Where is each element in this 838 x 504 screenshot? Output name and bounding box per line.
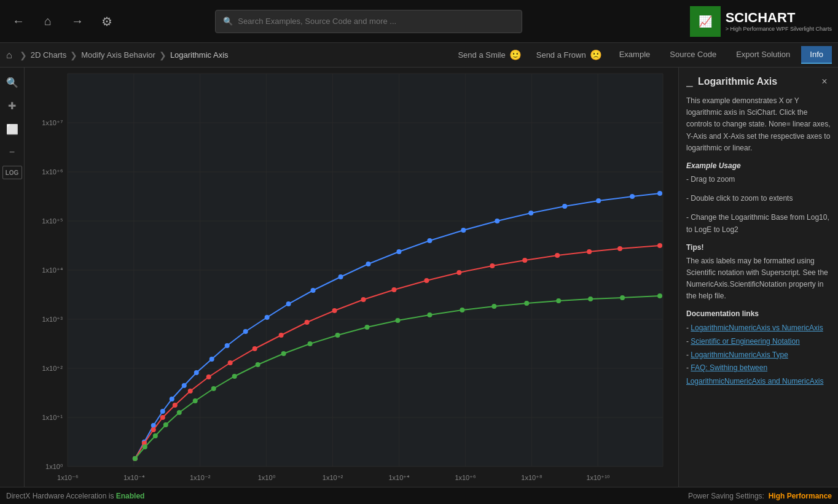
svg-point-49: [173, 403, 178, 408]
svg-point-83: [491, 304, 496, 309]
svg-point-32: [286, 301, 291, 306]
fit-tool-button[interactable]: ⬜: [2, 119, 22, 139]
svg-point-67: [133, 456, 138, 461]
tips-text: The axis labels may be formatted using S…: [686, 255, 831, 303]
svg-point-73: [211, 386, 216, 391]
search-bar[interactable]: 🔍: [215, 10, 522, 33]
tab-info[interactable]: Info: [801, 46, 832, 64]
chart-icon: 📈: [699, 15, 712, 28]
back-button[interactable]: ←: [6, 9, 31, 34]
example-usage-base: - Change the Logarithmic Base from Log10…: [686, 212, 831, 235]
tips-title: Tips!: [686, 243, 831, 252]
pan-tool-button[interactable]: ✚: [2, 96, 22, 115]
svg-point-70: [163, 422, 168, 427]
search-icon: 🔍: [223, 17, 233, 26]
svg-point-29: [225, 343, 230, 348]
svg-point-52: [228, 360, 233, 365]
svg-point-26: [182, 383, 187, 388]
svg-text:1x10⁻⁴: 1x10⁻⁴: [123, 474, 145, 481]
svg-point-69: [153, 433, 158, 438]
doc-link-3-anchor[interactable]: LogarithmicNumericAxis Type: [691, 351, 788, 359]
svg-point-53: [253, 346, 257, 351]
svg-point-28: [210, 357, 214, 362]
svg-point-74: [232, 374, 237, 379]
svg-point-38: [461, 228, 466, 233]
doc-link-1-anchor[interactable]: LogarithmicNumericAxis vs NumericAxis: [691, 324, 823, 332]
smile-icon: 🙂: [509, 49, 522, 61]
svg-text:1x10⁰: 1x10⁰: [45, 463, 63, 470]
svg-point-30: [243, 329, 248, 334]
svg-point-50: [188, 389, 193, 394]
svg-point-60: [456, 270, 461, 275]
svg-point-31: [265, 315, 270, 320]
doc-link-3: - LogarithmicNumericAxis Type: [686, 349, 831, 362]
breadcrumb-modify-axis[interactable]: Modify Axis Behavior: [81, 50, 155, 60]
svg-text:1x10⁺²: 1x10⁺²: [42, 365, 63, 372]
tab-example[interactable]: Example: [611, 46, 659, 64]
send-smile-button[interactable]: Send a Smile 🙂: [452, 47, 527, 63]
home-button[interactable]: ⌂: [36, 9, 60, 34]
log-tool-button[interactable]: LOG: [2, 166, 22, 179]
svg-text:1x10⁺⁸: 1x10⁺⁸: [521, 474, 542, 481]
main-area: 🔍 ✚ ⬜ − LOG: [0, 68, 838, 487]
svg-point-75: [256, 362, 260, 367]
svg-point-72: [193, 398, 198, 403]
settings-button[interactable]: ⚙: [95, 9, 119, 34]
svg-point-71: [177, 410, 182, 415]
send-frown-button[interactable]: Send a Frown 🙁: [530, 47, 608, 63]
tab-export-solution[interactable]: Export Solution: [727, 46, 799, 64]
status-enabled-text: Enabled: [116, 492, 145, 500]
info-panel: ⎯ Logarithmic Axis × This example demons…: [678, 68, 838, 487]
svg-point-80: [395, 318, 400, 323]
svg-text:1x10⁺⁵: 1x10⁺⁵: [42, 217, 63, 225]
svg-text:1x10⁺¹⁰: 1x10⁺¹⁰: [586, 474, 609, 481]
svg-point-24: [160, 409, 165, 414]
frown-icon: 🙁: [590, 49, 602, 61]
axis-icon: ⎯: [686, 75, 693, 88]
svg-text:1x10⁺⁴: 1x10⁺⁴: [389, 474, 410, 481]
svg-point-34: [339, 274, 343, 279]
svg-point-48: [160, 415, 165, 420]
tab-source-code[interactable]: Source Code: [661, 46, 725, 64]
svg-point-41: [562, 204, 567, 209]
svg-point-65: [617, 246, 622, 251]
logo-subtitle: > High Performance WPF Silverlight Chart…: [726, 26, 832, 32]
svg-point-62: [522, 258, 527, 263]
svg-point-27: [194, 370, 199, 375]
smile-label: Send a Smile: [458, 50, 505, 60]
info-panel-close-button[interactable]: ×: [818, 76, 831, 88]
home-breadcrumb[interactable]: ⌂: [6, 50, 12, 61]
svg-point-86: [588, 297, 593, 301]
minus-tool-button[interactable]: −: [2, 142, 22, 162]
svg-point-59: [424, 278, 429, 283]
zoom-tool-button[interactable]: 🔍: [2, 72, 22, 92]
svg-point-39: [495, 219, 499, 223]
info-panel-header: ⎯ Logarithmic Axis ×: [686, 75, 831, 88]
example-usage-drag: - Drag to zoom: [686, 174, 831, 185]
status-left-text: DirectX Hardware Acceleration is: [6, 492, 114, 500]
doc-link-2-anchor[interactable]: Scientific or Engineering Notation: [691, 337, 799, 346]
status-right-label: Power Saving Settings:: [688, 492, 764, 500]
svg-text:1x10⁺⁶: 1x10⁺⁶: [455, 474, 476, 481]
breadcrumb-sep-1: ❯: [70, 50, 77, 60]
svg-point-76: [281, 351, 286, 356]
svg-text:1x10⁰: 1x10⁰: [258, 474, 276, 481]
doc-link-1: - LogarithmicNumericAxis vs NumericAxis: [686, 322, 831, 335]
svg-point-85: [556, 298, 561, 303]
doc-link-4-anchor[interactable]: FAQ: Swithing between LogarithmicNumeric…: [686, 363, 823, 386]
svg-point-55: [305, 320, 310, 325]
info-panel-title: Logarithmic Axis: [698, 76, 777, 87]
breadcrumb-2d-charts[interactable]: 2D Charts: [31, 50, 67, 60]
svg-point-77: [308, 341, 313, 346]
svg-text:1x10⁺¹: 1x10⁺¹: [42, 414, 63, 421]
svg-point-87: [620, 295, 625, 300]
status-right: Power Saving Settings: High Performance: [688, 492, 832, 500]
breadcrumb-sep-0: ❯: [20, 50, 27, 60]
svg-point-47: [151, 427, 156, 432]
search-input[interactable]: [238, 17, 514, 26]
svg-point-79: [364, 325, 369, 330]
forward-button[interactable]: →: [65, 9, 90, 34]
logo-icon: 📈: [690, 6, 721, 37]
breadcrumb-actions: Send a Smile 🙂 Send a Frown 🙁 Example So…: [452, 46, 832, 64]
svg-point-43: [630, 194, 635, 199]
